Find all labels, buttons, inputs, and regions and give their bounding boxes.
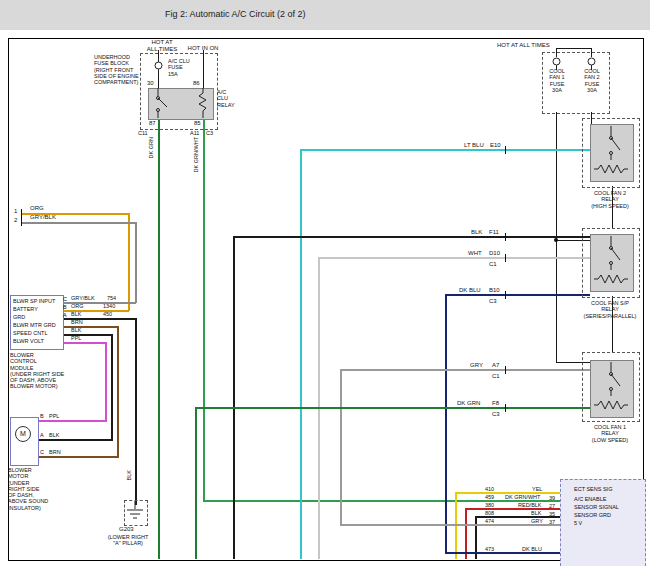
wire-module-ppl [60,342,107,344]
pcm-row-sensor-grd: SENSOR GRD [574,512,611,518]
connector-c11-label: C11 [138,130,148,136]
diagram-frame [8,38,644,561]
pcm-pin-27: 27 [549,503,555,509]
module-circuit-754: 754 [107,295,116,301]
wire-wht-horizontal [318,257,590,259]
wire-brn-vertical [117,326,119,457]
wire-dk-blu-vertical [445,294,447,553]
figure-title-bar: Fig 2: Automatic A/C Circuit (2 of 2) [0,0,650,30]
cool-fan2-fuse-label: COOL FAN 2 FUSE 30A [580,68,604,93]
circuit-410: 410 [485,486,494,492]
wire-lt-blu-horizontal [300,149,590,151]
wire-gry-474-horizontal [340,524,560,526]
motor-wire-brn: BRN [49,449,61,455]
relay-pin-87: 87 [149,120,156,127]
wire-dk-grn-f8-horizontal [195,407,590,409]
wire-label-lt-blu: LT BLU [464,142,484,149]
wire-label-yel: YEL [532,486,542,492]
wire-dk-grn-f8-vertical [195,407,197,559]
blower-motor-description: BLOWER MOTOR (UNDER RIGHT SIDE OF DASH, … [8,467,48,511]
wire-dk-grn-wht-to-pcm [203,500,560,502]
feed-pin-2: 2 [14,217,17,224]
module-row-blwr-sp-input: BLWR SP INPUT [13,298,55,304]
module-wire-gry-blk: GRY/BLK [71,295,95,301]
connector-tick [505,146,506,154]
wire-blk-f11-vertical [233,236,235,559]
motor-wire-ppl: PPL [49,413,59,419]
wire-label-gry: GRY [470,362,483,369]
module-row-battery: BATTERY [13,306,38,312]
wire-label-blk: BLK [471,229,482,236]
wire-label-dk-blu-473: DK BLU [522,546,542,552]
relay-contacts-icon [590,360,632,416]
ground-icon [125,501,145,523]
underhood-fuse-block-label: UNDERHOOD FUSE BLOCK (RIGHT FRONT SIDE O… [94,54,140,85]
wire-blk-f11-horizontal [233,236,590,238]
module-circuit-450: 450 [103,311,112,317]
conn-label-c3: C3 [489,298,497,305]
wire-lt-blu-vertical [300,149,302,559]
wire-gry-vertical [340,369,342,525]
connector-tick [505,404,506,412]
pcm-row-5v: 5 V [574,520,582,526]
pin-label-f8: F8 [492,400,499,407]
module-wire-ppl: PPL [71,335,81,341]
wire-label-blk-ground: BLK [126,470,132,480]
pcm-pin-35: 35 [549,511,555,517]
relay-pin-86: 86 [193,80,200,87]
relay-pin-85: 85 [194,120,201,127]
connector-tick [505,254,506,262]
wire-label-dk-grn-wht: DK GRN/WHT [193,137,199,172]
wire-gry-blk-stub [22,222,136,224]
wire-gry-blk-vertical [135,222,137,303]
module-row-speed-cntl: SPEED CNTL [13,330,48,336]
wire-label-blk-808: BLK [531,510,541,516]
module-pin-a: A [63,312,67,318]
pin-label-e10: E10 [490,142,501,149]
connector-c3-label: C3 [206,130,213,136]
wire-module-blk2 [60,334,113,336]
motor-pin-b: B [40,413,44,419]
module-wire-blk: BLK [71,311,81,317]
connector-a11-label: A11 [190,130,199,136]
pcm-row-sensor-signal: SENSOR SIGNAL [574,504,619,510]
wire-label-dk-blu: DK BLU [459,287,481,294]
motor-symbol: M [15,426,31,442]
module-wire-org: ORG [71,303,84,309]
connector-tick [505,233,506,241]
wire-label-dk-grn: DK GRN [148,137,154,158]
conn-label-c1b: C1 [492,373,500,380]
wire-blk-speed-vertical [111,334,113,440]
cool-fan2-relay-label: COOL FAN 2 RELAY (HIGH SPEED) [578,190,642,209]
pcm-pin-39: 39 [549,495,555,501]
relay-contacts-icon [590,234,632,290]
hot-at-all-times-right-label: HOT AT ALL TIMES [497,42,550,49]
cool-fan1-fuse-label: COOL FAN 1 FUSE 30A [545,68,569,93]
module-pin-c: C [63,296,67,302]
pcm-row-ect-sens-sig: ECT SENS SIG [574,486,612,492]
wire-dk-blu-horizontal [445,294,590,296]
wire-org-vertical [128,213,130,311]
motor-pin-a: A [40,432,44,438]
wire-ppl-vertical [105,342,107,421]
cool-fan-sp-relay-label: COOL FAN S/P RELAY (SERIES/PARALLEL) [574,300,646,319]
hot-at-all-times-left-label: HOT AT ALL TIMES [142,39,182,53]
connector-tick [505,366,506,374]
module-row-grd: GRD [13,314,25,320]
pcm-row-ac-enable: A/C ENABLE [574,496,606,502]
fuse-icon [153,58,164,74]
module-wire-brn: BRN [71,319,83,325]
pin-label-d10: D10 [489,250,500,257]
circuit-808: 808 [485,510,494,516]
pin-label-b10: B10 [489,287,500,294]
motor-pin-c: C [40,449,44,455]
feed-pin-1: 1 [14,208,17,215]
pin-label-a7: A7 [492,362,499,369]
circuit-474: 474 [485,518,494,524]
relay-contacts-icon [148,88,212,118]
wire-label-red-blk: RED/BLK [518,502,542,508]
hot-in-on-label: HOT IN ON [185,45,221,52]
circuit-380: 380 [485,502,494,508]
wire-label-wht: WHT [468,250,482,257]
wire-blk-to-motor [36,439,113,441]
